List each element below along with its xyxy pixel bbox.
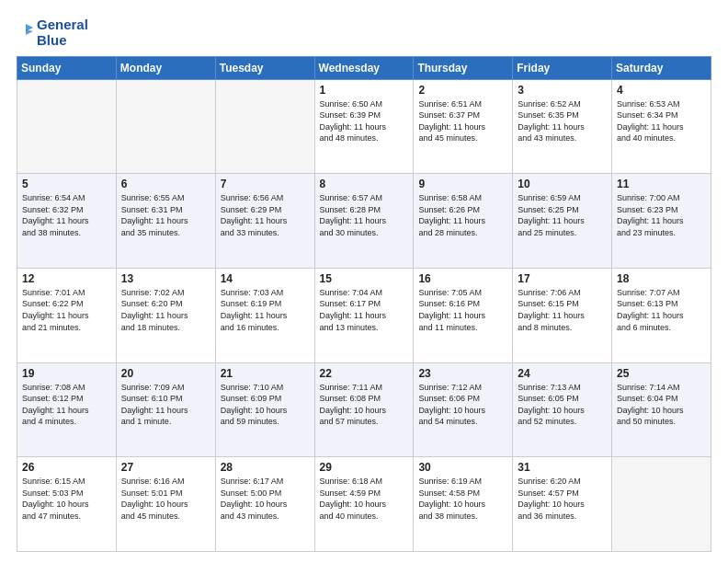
day-number: 16 bbox=[418, 272, 507, 285]
day-info: Sunrise: 6:19 AM Sunset: 4:58 PM Dayligh… bbox=[418, 476, 507, 522]
day-number: 14 bbox=[221, 272, 310, 285]
day-number: 5 bbox=[22, 178, 111, 190]
day-number: 24 bbox=[518, 367, 607, 380]
calendar-table: SundayMondayTuesdayWednesdayThursdayFrid… bbox=[17, 56, 711, 553]
day-number: 7 bbox=[221, 178, 310, 190]
day-cell bbox=[17, 79, 117, 174]
day-cell: 21Sunrise: 7:10 AM Sunset: 6:09 PM Dayli… bbox=[215, 362, 314, 457]
day-number: 11 bbox=[617, 178, 706, 190]
weekday-tuesday: Tuesday bbox=[215, 56, 314, 79]
logo-general: General bbox=[37, 17, 88, 32]
day-number: 15 bbox=[320, 272, 409, 285]
day-cell: 23Sunrise: 7:12 AM Sunset: 6:06 PM Dayli… bbox=[414, 362, 513, 457]
logo-bird-icon bbox=[17, 22, 33, 42]
day-info: Sunrise: 7:03 AM Sunset: 6:19 PM Dayligh… bbox=[221, 287, 310, 333]
header: General Blue bbox=[17, 17, 711, 49]
day-number: 19 bbox=[22, 367, 111, 380]
day-cell: 26Sunrise: 6:15 AM Sunset: 5:03 PM Dayli… bbox=[17, 457, 117, 552]
day-cell: 11Sunrise: 7:00 AM Sunset: 6:23 PM Dayli… bbox=[612, 174, 711, 269]
svg-marker-1 bbox=[26, 29, 33, 35]
day-number: 23 bbox=[418, 367, 507, 380]
day-info: Sunrise: 6:55 AM Sunset: 6:31 PM Dayligh… bbox=[121, 192, 210, 238]
day-number: 8 bbox=[320, 178, 409, 190]
day-number: 2 bbox=[418, 84, 507, 97]
day-cell: 28Sunrise: 6:17 AM Sunset: 5:00 PM Dayli… bbox=[215, 457, 314, 552]
day-cell: 6Sunrise: 6:55 AM Sunset: 6:31 PM Daylig… bbox=[116, 174, 215, 269]
day-info: Sunrise: 6:56 AM Sunset: 6:29 PM Dayligh… bbox=[221, 192, 310, 238]
weekday-thursday: Thursday bbox=[414, 56, 513, 79]
weekday-header-row: SundayMondayTuesdayWednesdayThursdayFrid… bbox=[17, 56, 711, 79]
weekday-saturday: Saturday bbox=[612, 56, 711, 79]
day-cell: 1Sunrise: 6:50 AM Sunset: 6:39 PM Daylig… bbox=[314, 79, 414, 174]
day-number: 17 bbox=[518, 272, 607, 285]
day-number: 18 bbox=[617, 272, 706, 285]
day-number: 9 bbox=[418, 178, 507, 190]
day-number: 27 bbox=[121, 461, 210, 474]
day-cell: 10Sunrise: 6:59 AM Sunset: 6:25 PM Dayli… bbox=[513, 174, 612, 269]
day-number: 31 bbox=[518, 461, 607, 474]
day-cell: 4Sunrise: 6:53 AM Sunset: 6:34 PM Daylig… bbox=[612, 79, 711, 174]
day-cell: 27Sunrise: 6:16 AM Sunset: 5:01 PM Dayli… bbox=[116, 457, 215, 552]
day-info: Sunrise: 6:20 AM Sunset: 4:57 PM Dayligh… bbox=[518, 476, 607, 522]
week-row-1: 1Sunrise: 6:50 AM Sunset: 6:39 PM Daylig… bbox=[17, 79, 711, 174]
day-info: Sunrise: 6:52 AM Sunset: 6:35 PM Dayligh… bbox=[518, 98, 607, 144]
day-cell: 12Sunrise: 7:01 AM Sunset: 6:22 PM Dayli… bbox=[17, 268, 117, 362]
day-number: 25 bbox=[617, 367, 706, 380]
day-info: Sunrise: 6:15 AM Sunset: 5:03 PM Dayligh… bbox=[22, 476, 111, 522]
day-number: 21 bbox=[221, 367, 310, 380]
day-cell: 7Sunrise: 6:56 AM Sunset: 6:29 PM Daylig… bbox=[215, 174, 314, 269]
week-row-4: 19Sunrise: 7:08 AM Sunset: 6:12 PM Dayli… bbox=[17, 362, 711, 457]
day-number: 6 bbox=[121, 178, 210, 190]
day-info: Sunrise: 7:06 AM Sunset: 6:15 PM Dayligh… bbox=[518, 287, 607, 333]
day-info: Sunrise: 7:14 AM Sunset: 6:04 PM Dayligh… bbox=[617, 382, 706, 428]
day-cell: 18Sunrise: 7:07 AM Sunset: 6:13 PM Dayli… bbox=[612, 268, 711, 362]
day-info: Sunrise: 7:02 AM Sunset: 6:20 PM Dayligh… bbox=[121, 287, 210, 333]
day-info: Sunrise: 6:59 AM Sunset: 6:25 PM Dayligh… bbox=[518, 192, 607, 238]
day-info: Sunrise: 7:05 AM Sunset: 6:16 PM Dayligh… bbox=[418, 287, 507, 333]
day-info: Sunrise: 6:53 AM Sunset: 6:34 PM Dayligh… bbox=[617, 98, 706, 144]
day-info: Sunrise: 7:09 AM Sunset: 6:10 PM Dayligh… bbox=[121, 382, 210, 428]
day-cell: 16Sunrise: 7:05 AM Sunset: 6:16 PM Dayli… bbox=[414, 268, 513, 362]
day-cell bbox=[215, 79, 314, 174]
day-info: Sunrise: 7:12 AM Sunset: 6:06 PM Dayligh… bbox=[418, 382, 507, 428]
week-row-5: 26Sunrise: 6:15 AM Sunset: 5:03 PM Dayli… bbox=[17, 457, 711, 552]
day-cell: 15Sunrise: 7:04 AM Sunset: 6:17 PM Dayli… bbox=[314, 268, 414, 362]
weekday-monday: Monday bbox=[116, 56, 215, 79]
day-cell: 17Sunrise: 7:06 AM Sunset: 6:15 PM Dayli… bbox=[513, 268, 612, 362]
day-info: Sunrise: 6:57 AM Sunset: 6:28 PM Dayligh… bbox=[320, 192, 409, 238]
day-number: 28 bbox=[221, 461, 310, 474]
day-info: Sunrise: 7:11 AM Sunset: 6:08 PM Dayligh… bbox=[320, 382, 409, 428]
day-info: Sunrise: 7:00 AM Sunset: 6:23 PM Dayligh… bbox=[617, 192, 706, 238]
day-cell: 24Sunrise: 7:13 AM Sunset: 6:05 PM Dayli… bbox=[513, 362, 612, 457]
day-number: 29 bbox=[320, 461, 409, 474]
day-cell: 13Sunrise: 7:02 AM Sunset: 6:20 PM Dayli… bbox=[116, 268, 215, 362]
day-info: Sunrise: 7:07 AM Sunset: 6:13 PM Dayligh… bbox=[617, 287, 706, 333]
day-info: Sunrise: 7:01 AM Sunset: 6:22 PM Dayligh… bbox=[22, 287, 111, 333]
day-info: Sunrise: 7:10 AM Sunset: 6:09 PM Dayligh… bbox=[221, 382, 310, 428]
day-number: 22 bbox=[320, 367, 409, 380]
weekday-friday: Friday bbox=[513, 56, 612, 79]
day-info: Sunrise: 6:58 AM Sunset: 6:26 PM Dayligh… bbox=[418, 192, 507, 238]
day-cell: 30Sunrise: 6:19 AM Sunset: 4:58 PM Dayli… bbox=[414, 457, 513, 552]
day-info: Sunrise: 6:18 AM Sunset: 4:59 PM Dayligh… bbox=[320, 476, 409, 522]
day-cell bbox=[612, 457, 711, 552]
day-cell: 2Sunrise: 6:51 AM Sunset: 6:37 PM Daylig… bbox=[414, 79, 513, 174]
day-cell: 14Sunrise: 7:03 AM Sunset: 6:19 PM Dayli… bbox=[215, 268, 314, 362]
day-number: 4 bbox=[617, 84, 706, 97]
day-cell: 9Sunrise: 6:58 AM Sunset: 6:26 PM Daylig… bbox=[414, 174, 513, 269]
day-cell: 29Sunrise: 6:18 AM Sunset: 4:59 PM Dayli… bbox=[314, 457, 414, 552]
day-info: Sunrise: 6:51 AM Sunset: 6:37 PM Dayligh… bbox=[418, 98, 507, 144]
weekday-sunday: Sunday bbox=[17, 56, 117, 79]
day-info: Sunrise: 7:04 AM Sunset: 6:17 PM Dayligh… bbox=[320, 287, 409, 333]
week-row-2: 5Sunrise: 6:54 AM Sunset: 6:32 PM Daylig… bbox=[17, 174, 711, 269]
logo-blue: Blue bbox=[37, 32, 88, 48]
day-cell: 31Sunrise: 6:20 AM Sunset: 4:57 PM Dayli… bbox=[513, 457, 612, 552]
day-number: 30 bbox=[418, 461, 507, 474]
day-cell: 22Sunrise: 7:11 AM Sunset: 6:08 PM Dayli… bbox=[314, 362, 414, 457]
week-row-3: 12Sunrise: 7:01 AM Sunset: 6:22 PM Dayli… bbox=[17, 268, 711, 362]
day-info: Sunrise: 6:17 AM Sunset: 5:00 PM Dayligh… bbox=[221, 476, 310, 522]
day-cell bbox=[116, 79, 215, 174]
day-number: 3 bbox=[518, 84, 607, 97]
day-number: 12 bbox=[22, 272, 111, 285]
day-number: 13 bbox=[121, 272, 210, 285]
